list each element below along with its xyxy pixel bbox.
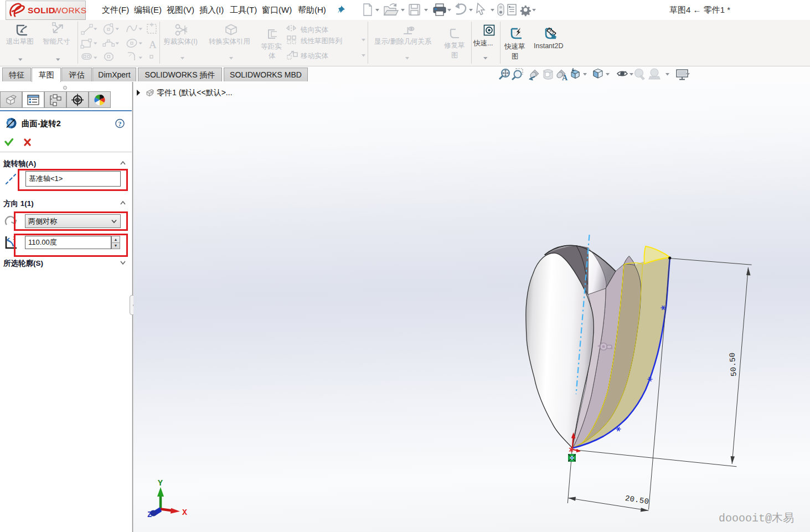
svg-text:WORKS: WORKS [53,6,87,15]
svg-text:50.50: 50.50 [728,352,739,377]
svg-text:20.50: 20.50 [625,494,649,506]
svg-text:A: A [149,39,157,50]
svg-text:SOLID: SOLID [28,6,55,15]
svg-text:A: A [562,74,568,82]
svg-text:Z: Z [147,510,152,519]
svg-text:Y: Y [158,479,163,488]
svg-text:?: ? [118,120,122,128]
svg-text:X: X [182,508,187,518]
